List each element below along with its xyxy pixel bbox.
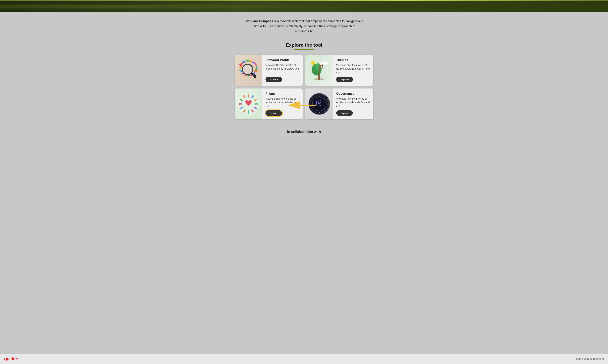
themes-illustration — [307, 58, 331, 82]
svg-rect-59 — [248, 110, 249, 112]
svg-rect-2 — [242, 61, 246, 63]
hero-image-bar — [0, 1, 608, 12]
card-title-pillars: Pillars — [265, 92, 299, 96]
card-title-themes: Themes — [336, 58, 370, 62]
hero-image — [0, 1, 608, 12]
svg-point-43 — [314, 78, 324, 80]
svg-rect-65 — [240, 103, 242, 105]
cards-grid: Standard Profile View and filter the pro… — [235, 55, 373, 119]
card-standard-profile: Standard Profile View and filter the pro… — [235, 55, 303, 86]
collaboration-section: In collaboration with — [3, 130, 605, 134]
card-image-governance: CIRCULATION • IMPROVEMENT • STRATEGY • C… — [305, 89, 333, 119]
card-content-governance: Governance View and filter the profiles … — [333, 89, 373, 119]
section-title: Explore the tool — [286, 42, 322, 48]
svg-point-29 — [320, 63, 323, 65]
brand-name: Standard Compass — [245, 19, 273, 23]
section-title-underline — [294, 49, 314, 50]
card-themes: Themes View and filter the profiles of t… — [305, 55, 373, 86]
card-title-standard-profile: Standard Profile — [265, 58, 299, 62]
card-content-pillars: Pillars View and filter the profiles of … — [262, 89, 303, 119]
card-desc-standard-profile: View and filter the profiles of textile … — [265, 63, 299, 74]
svg-rect-47 — [248, 96, 249, 98]
svg-text:▲: ▲ — [319, 111, 320, 113]
card-pillars: Pillars View and filter the profiles of … — [235, 89, 303, 119]
guidde-logo: guidde. — [4, 356, 19, 362]
card-image-pillars — [235, 89, 262, 119]
governance-illustration: CIRCULATION • IMPROVEMENT • STRATEGY • C… — [307, 92, 331, 116]
svg-point-18 — [243, 65, 252, 74]
cards-grid-container: Standard Profile View and filter the pro… — [3, 55, 605, 119]
explore-button-themes[interactable]: Explore — [336, 77, 353, 82]
made-with-text: Made with guidde.com — [576, 357, 604, 361]
section-title-wrap: Explore the tool — [3, 42, 605, 50]
card-desc-governance: View and filter the profiles of textile … — [336, 97, 370, 108]
standard-profile-illustration — [236, 58, 261, 82]
svg-rect-53 — [255, 103, 257, 105]
card-desc-pillars: View and filter the profiles of textile … — [265, 97, 299, 108]
svg-point-64 — [239, 103, 240, 105]
card-image-themes — [305, 55, 333, 86]
svg-point-58 — [248, 112, 249, 114]
card-content-themes: Themes View and filter the profiles of t… — [333, 55, 373, 86]
svg-text:✦: ✦ — [318, 95, 320, 98]
svg-point-46 — [248, 94, 249, 96]
card-desc-themes: View and filter the profiles of textile … — [336, 63, 370, 74]
svg-rect-8 — [255, 69, 257, 72]
svg-point-52 — [257, 103, 258, 105]
explore-button-pillars[interactable]: Explore — [265, 110, 282, 116]
progress-bar — [0, 0, 608, 1]
pillars-illustration — [236, 92, 261, 116]
collaboration-label: In collaboration with — [287, 130, 321, 134]
page-content: Standard Compass is a dynamic web tool t… — [0, 12, 608, 364]
card-governance: CIRCULATION • IMPROVEMENT • STRATEGY • C… — [305, 89, 373, 119]
svg-text:⬡: ⬡ — [319, 103, 320, 104]
svg-point-28 — [324, 62, 328, 65]
card-image-standard-profile — [235, 55, 262, 86]
explore-button-standard-profile[interactable]: Explore — [265, 77, 282, 82]
svg-rect-3 — [246, 60, 249, 62]
explore-button-governance[interactable]: Explore — [336, 110, 353, 116]
card-title-governance: Governance — [336, 92, 370, 96]
bottom-bar: guidde. Made with guidde.com — [0, 354, 608, 364]
intro-paragraph: Standard Compass is a dynamic web tool t… — [243, 19, 365, 34]
card-content-standard-profile: Standard Profile View and filter the pro… — [262, 55, 303, 86]
